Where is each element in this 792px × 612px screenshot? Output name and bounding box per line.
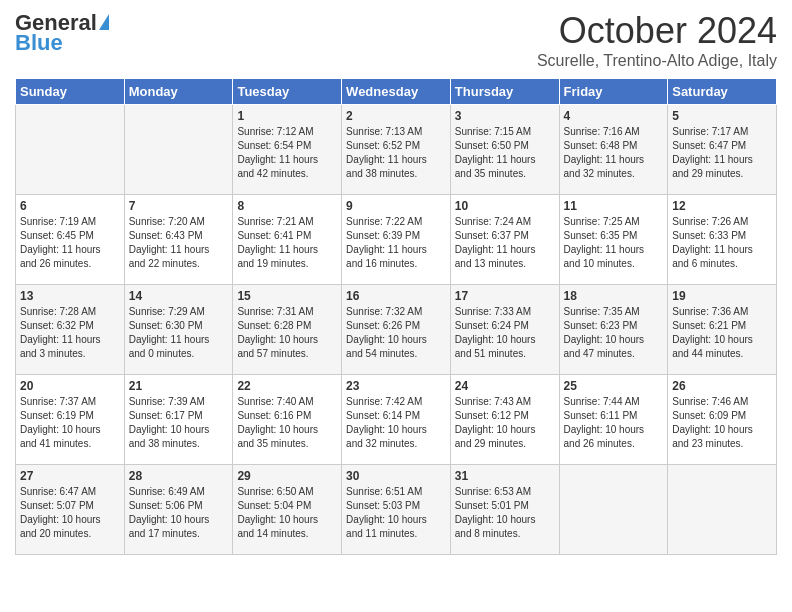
cell-details: Sunrise: 6:51 AMSunset: 5:03 PMDaylight:…: [346, 485, 446, 541]
page-header: General Blue October 2024 Scurelle, Tren…: [15, 10, 777, 70]
cell-details: Sunrise: 7:15 AMSunset: 6:50 PMDaylight:…: [455, 125, 555, 181]
month-title: October 2024: [537, 10, 777, 52]
calendar-cell: 16Sunrise: 7:32 AMSunset: 6:26 PMDayligh…: [342, 285, 451, 375]
cell-details: Sunrise: 7:24 AMSunset: 6:37 PMDaylight:…: [455, 215, 555, 271]
week-row-1: 1Sunrise: 7:12 AMSunset: 6:54 PMDaylight…: [16, 105, 777, 195]
day-number: 29: [237, 469, 337, 483]
cell-details: Sunrise: 7:25 AMSunset: 6:35 PMDaylight:…: [564, 215, 664, 271]
header-day-friday: Friday: [559, 79, 668, 105]
week-row-4: 20Sunrise: 7:37 AMSunset: 6:19 PMDayligh…: [16, 375, 777, 465]
day-number: 17: [455, 289, 555, 303]
cell-details: Sunrise: 7:42 AMSunset: 6:14 PMDaylight:…: [346, 395, 446, 451]
cell-details: Sunrise: 7:46 AMSunset: 6:09 PMDaylight:…: [672, 395, 772, 451]
calendar-body: 1Sunrise: 7:12 AMSunset: 6:54 PMDaylight…: [16, 105, 777, 555]
day-number: 31: [455, 469, 555, 483]
cell-details: Sunrise: 6:53 AMSunset: 5:01 PMDaylight:…: [455, 485, 555, 541]
day-number: 22: [237, 379, 337, 393]
cell-details: Sunrise: 7:13 AMSunset: 6:52 PMDaylight:…: [346, 125, 446, 181]
cell-details: Sunrise: 7:12 AMSunset: 6:54 PMDaylight:…: [237, 125, 337, 181]
cell-details: Sunrise: 7:39 AMSunset: 6:17 PMDaylight:…: [129, 395, 229, 451]
header-day-thursday: Thursday: [450, 79, 559, 105]
calendar-cell: 6Sunrise: 7:19 AMSunset: 6:45 PMDaylight…: [16, 195, 125, 285]
title-block: October 2024 Scurelle, Trentino-Alto Adi…: [537, 10, 777, 70]
cell-details: Sunrise: 7:16 AMSunset: 6:48 PMDaylight:…: [564, 125, 664, 181]
cell-details: Sunrise: 7:35 AMSunset: 6:23 PMDaylight:…: [564, 305, 664, 361]
header-day-tuesday: Tuesday: [233, 79, 342, 105]
day-number: 19: [672, 289, 772, 303]
day-number: 30: [346, 469, 446, 483]
day-number: 16: [346, 289, 446, 303]
calendar-cell: [16, 105, 125, 195]
calendar-cell: 19Sunrise: 7:36 AMSunset: 6:21 PMDayligh…: [668, 285, 777, 375]
day-number: 3: [455, 109, 555, 123]
calendar-cell: 10Sunrise: 7:24 AMSunset: 6:37 PMDayligh…: [450, 195, 559, 285]
day-number: 28: [129, 469, 229, 483]
calendar-cell: 13Sunrise: 7:28 AMSunset: 6:32 PMDayligh…: [16, 285, 125, 375]
day-number: 23: [346, 379, 446, 393]
cell-details: Sunrise: 7:40 AMSunset: 6:16 PMDaylight:…: [237, 395, 337, 451]
week-row-3: 13Sunrise: 7:28 AMSunset: 6:32 PMDayligh…: [16, 285, 777, 375]
calendar-cell: 23Sunrise: 7:42 AMSunset: 6:14 PMDayligh…: [342, 375, 451, 465]
calendar-cell: 7Sunrise: 7:20 AMSunset: 6:43 PMDaylight…: [124, 195, 233, 285]
day-number: 6: [20, 199, 120, 213]
calendar-table: SundayMondayTuesdayWednesdayThursdayFrid…: [15, 78, 777, 555]
week-row-5: 27Sunrise: 6:47 AMSunset: 5:07 PMDayligh…: [16, 465, 777, 555]
cell-details: Sunrise: 7:43 AMSunset: 6:12 PMDaylight:…: [455, 395, 555, 451]
day-number: 8: [237, 199, 337, 213]
day-number: 12: [672, 199, 772, 213]
day-number: 14: [129, 289, 229, 303]
calendar-cell: 11Sunrise: 7:25 AMSunset: 6:35 PMDayligh…: [559, 195, 668, 285]
calendar-cell: [559, 465, 668, 555]
day-number: 20: [20, 379, 120, 393]
header-day-sunday: Sunday: [16, 79, 125, 105]
calendar-cell: 22Sunrise: 7:40 AMSunset: 6:16 PMDayligh…: [233, 375, 342, 465]
cell-details: Sunrise: 7:20 AMSunset: 6:43 PMDaylight:…: [129, 215, 229, 271]
cell-details: Sunrise: 7:19 AMSunset: 6:45 PMDaylight:…: [20, 215, 120, 271]
logo: General Blue: [15, 10, 109, 56]
calendar-cell: 9Sunrise: 7:22 AMSunset: 6:39 PMDaylight…: [342, 195, 451, 285]
calendar-cell: 21Sunrise: 7:39 AMSunset: 6:17 PMDayligh…: [124, 375, 233, 465]
calendar-cell: 15Sunrise: 7:31 AMSunset: 6:28 PMDayligh…: [233, 285, 342, 375]
day-number: 9: [346, 199, 446, 213]
calendar-cell: 25Sunrise: 7:44 AMSunset: 6:11 PMDayligh…: [559, 375, 668, 465]
logo-triangle-icon: [99, 14, 109, 30]
cell-details: Sunrise: 7:21 AMSunset: 6:41 PMDaylight:…: [237, 215, 337, 271]
calendar-header: SundayMondayTuesdayWednesdayThursdayFrid…: [16, 79, 777, 105]
calendar-cell: [668, 465, 777, 555]
day-number: 18: [564, 289, 664, 303]
location-title: Scurelle, Trentino-Alto Adige, Italy: [537, 52, 777, 70]
day-number: 1: [237, 109, 337, 123]
week-row-2: 6Sunrise: 7:19 AMSunset: 6:45 PMDaylight…: [16, 195, 777, 285]
header-day-monday: Monday: [124, 79, 233, 105]
cell-details: Sunrise: 7:26 AMSunset: 6:33 PMDaylight:…: [672, 215, 772, 271]
calendar-cell: [124, 105, 233, 195]
calendar-cell: 18Sunrise: 7:35 AMSunset: 6:23 PMDayligh…: [559, 285, 668, 375]
cell-details: Sunrise: 7:28 AMSunset: 6:32 PMDaylight:…: [20, 305, 120, 361]
cell-details: Sunrise: 7:32 AMSunset: 6:26 PMDaylight:…: [346, 305, 446, 361]
cell-details: Sunrise: 6:47 AMSunset: 5:07 PMDaylight:…: [20, 485, 120, 541]
day-number: 13: [20, 289, 120, 303]
calendar-cell: 8Sunrise: 7:21 AMSunset: 6:41 PMDaylight…: [233, 195, 342, 285]
calendar-cell: 3Sunrise: 7:15 AMSunset: 6:50 PMDaylight…: [450, 105, 559, 195]
day-number: 26: [672, 379, 772, 393]
day-number: 24: [455, 379, 555, 393]
day-number: 11: [564, 199, 664, 213]
cell-details: Sunrise: 7:37 AMSunset: 6:19 PMDaylight:…: [20, 395, 120, 451]
calendar-cell: 4Sunrise: 7:16 AMSunset: 6:48 PMDaylight…: [559, 105, 668, 195]
cell-details: Sunrise: 6:49 AMSunset: 5:06 PMDaylight:…: [129, 485, 229, 541]
day-number: 10: [455, 199, 555, 213]
calendar-cell: 17Sunrise: 7:33 AMSunset: 6:24 PMDayligh…: [450, 285, 559, 375]
day-number: 5: [672, 109, 772, 123]
calendar-cell: 28Sunrise: 6:49 AMSunset: 5:06 PMDayligh…: [124, 465, 233, 555]
day-number: 7: [129, 199, 229, 213]
day-number: 27: [20, 469, 120, 483]
calendar-cell: 27Sunrise: 6:47 AMSunset: 5:07 PMDayligh…: [16, 465, 125, 555]
day-number: 25: [564, 379, 664, 393]
calendar-cell: 20Sunrise: 7:37 AMSunset: 6:19 PMDayligh…: [16, 375, 125, 465]
calendar-cell: 26Sunrise: 7:46 AMSunset: 6:09 PMDayligh…: [668, 375, 777, 465]
calendar-cell: 2Sunrise: 7:13 AMSunset: 6:52 PMDaylight…: [342, 105, 451, 195]
day-number: 15: [237, 289, 337, 303]
cell-details: Sunrise: 7:44 AMSunset: 6:11 PMDaylight:…: [564, 395, 664, 451]
calendar-cell: 12Sunrise: 7:26 AMSunset: 6:33 PMDayligh…: [668, 195, 777, 285]
header-row: SundayMondayTuesdayWednesdayThursdayFrid…: [16, 79, 777, 105]
